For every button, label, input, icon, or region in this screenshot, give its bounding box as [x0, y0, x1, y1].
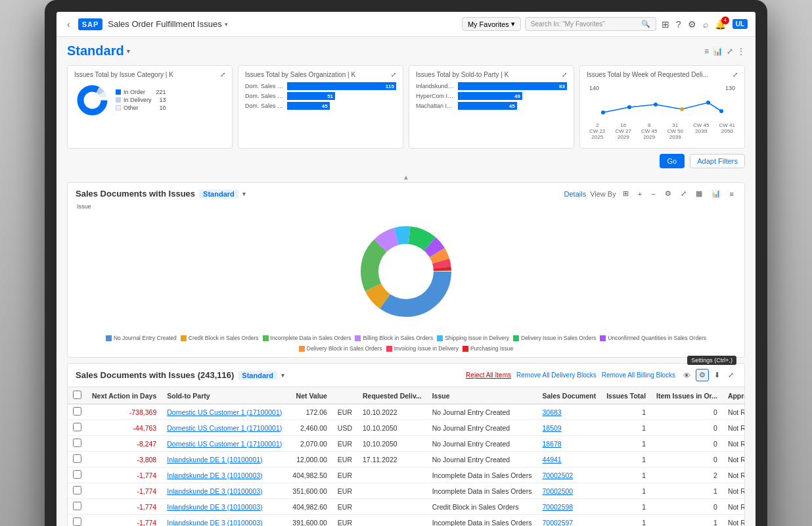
row-checkbox[interactable]: [68, 467, 87, 483]
cell-sold-to[interactable]: Domestic US Customer 1 (17100001): [162, 404, 287, 420]
help-icon[interactable]: ?: [676, 19, 681, 30]
row-checkbox[interactable]: [68, 483, 87, 499]
chart-table-view[interactable]: ▦: [693, 188, 705, 199]
reject-all-link[interactable]: Reject All Items: [466, 371, 511, 379]
table-row: -1,774 Inlandskunde DE 3 (10100003) 404,…: [68, 467, 744, 483]
cell-sold-to[interactable]: Inlandskunde DE 3 (10100003): [162, 467, 287, 483]
cell-sales-doc[interactable]: 30683: [537, 404, 601, 420]
chart-view-icon[interactable]: 📊: [713, 47, 723, 56]
chart-fullscreen[interactable]: ⤢: [678, 188, 689, 199]
cell-sales-doc[interactable]: 70002598: [537, 499, 601, 515]
favorites-dropdown[interactable]: My Favorites ▾: [462, 17, 521, 31]
table-download-icon[interactable]: ⬇: [711, 370, 723, 381]
col-next-action[interactable]: Next Action in Days: [87, 387, 162, 404]
table-section-badge[interactable]: Standard: [238, 371, 277, 380]
table-eye-icon[interactable]: 👁: [681, 370, 693, 381]
kpi-card-1-expand[interactable]: ⤢: [220, 71, 225, 78]
cell-sold-to[interactable]: Inlandskunde DE 3 (10100003): [162, 515, 287, 527]
table-view-icon[interactable]: ≡: [704, 47, 709, 56]
cell-currency: EUR: [332, 452, 357, 467]
table-scroll-area[interactable]: Next Action in Days Sold-to Party Net Va…: [68, 387, 744, 526]
cell-sales-doc[interactable]: 44941: [537, 452, 601, 467]
search-box[interactable]: Search In: "My Favorites" 🔍: [525, 17, 656, 31]
cell-sold-to[interactable]: Domestic US Customer 1 (17100001): [162, 420, 287, 436]
grid-icon[interactable]: ⊞: [662, 19, 669, 30]
table-section-dropdown[interactable]: ▾: [281, 372, 284, 379]
section-collapse[interactable]: ▲: [67, 172, 745, 182]
cell-sold-to[interactable]: Domestic US Customer 1 (17100001): [162, 436, 287, 452]
settings-tooltip: Settings (Ctrl+,): [687, 356, 736, 365]
row-checkbox[interactable]: [68, 515, 87, 527]
chart-settings[interactable]: ⚙: [662, 188, 674, 199]
user-avatar[interactable]: UL: [733, 19, 748, 29]
chart-section-tools: Details View By ⊞ + − ⚙ ⤢ ▦ 📊 ≡: [564, 188, 736, 199]
cell-sold-to[interactable]: Inlandskunde DE 3 (10100003): [162, 499, 287, 515]
cell-sales-doc[interactable]: 18509: [537, 420, 601, 436]
row-checkbox[interactable]: [68, 404, 87, 420]
table-settings-icon[interactable]: ⚙: [696, 369, 709, 381]
back-button[interactable]: ‹: [64, 18, 73, 31]
cell-sales-doc[interactable]: 70002597: [537, 515, 601, 527]
search-nav-icon[interactable]: ⌕: [703, 19, 708, 30]
standard-title: Standard ▾: [67, 43, 130, 59]
col-sold-to[interactable]: Sold-to Party: [162, 387, 287, 404]
svg-point-9: [719, 109, 723, 113]
col-checkbox: [68, 387, 87, 404]
col-approval[interactable]: Approval Status: [723, 387, 744, 404]
chart-list-view[interactable]: ≡: [727, 189, 736, 199]
chart-section-dropdown[interactable]: ▾: [242, 191, 246, 197]
chart-section-badge[interactable]: Standard: [199, 189, 238, 199]
remove-billing-link[interactable]: Remove All Billing Blocks: [602, 371, 675, 379]
remove-delivery-link[interactable]: Remove All Delivery Blocks: [516, 371, 597, 379]
col-item-issues[interactable]: Item Issues in Or...: [651, 387, 723, 404]
table-row: -3,808 Inlandskunde DE 1 (10100001) 12,0…: [68, 452, 744, 467]
col-issue[interactable]: Issue: [427, 387, 537, 404]
col-net-value[interactable]: Net Value: [287, 387, 332, 404]
line-chart-svg: [587, 93, 738, 120]
go-button[interactable]: Go: [660, 154, 685, 168]
cell-currency: USD: [332, 420, 357, 436]
kpi-title-1: Issues Total by Issue Category | K ⤢: [74, 71, 225, 78]
kpi-title-4: Issues Total by Week of Requested Deli..…: [587, 71, 738, 78]
kpi-card-4-expand[interactable]: ⤢: [733, 71, 738, 78]
settings-icon[interactable]: ⚙: [688, 19, 696, 30]
large-donut-area: [76, 212, 736, 331]
search-icon[interactable]: 🔍: [641, 20, 650, 28]
page-title-dropdown[interactable]: ▾: [225, 21, 228, 28]
chart-zoom-out[interactable]: −: [648, 189, 658, 199]
cell-sold-to[interactable]: Inlandskunde DE 1 (10100001): [162, 452, 287, 467]
col-issues-total[interactable]: Issues Total: [601, 387, 651, 404]
kpi-cards-row: Issues Total by Issue Category | K ⤢: [67, 65, 745, 149]
adapt-filters-button[interactable]: Adapt Filters: [690, 154, 745, 168]
col-req-date[interactable]: Requested Deliv...: [357, 387, 427, 404]
standard-dropdown[interactable]: ▾: [127, 48, 130, 55]
more-icon[interactable]: ⋮: [737, 47, 745, 56]
header-tools: ≡ 📊 ⤢ ⋮: [704, 47, 745, 56]
cell-approval: Not Relevant: [723, 420, 744, 436]
cell-currency: EUR: [332, 515, 357, 527]
kpi-card-3-expand[interactable]: ⤢: [562, 71, 567, 78]
row-checkbox[interactable]: [68, 420, 87, 436]
cell-issue: Credit Block in Sales Orders: [427, 499, 537, 515]
select-all-checkbox[interactable]: [73, 391, 81, 399]
bar-chart-sales-org: Dom. Sales Org. ... 115 Dom. Sales Org. …: [245, 82, 396, 110]
cell-sold-to[interactable]: Inlandskunde DE 3 (10100003): [162, 483, 287, 499]
row-checkbox[interactable]: [68, 452, 87, 467]
col-currency: [332, 387, 357, 404]
notifications-icon[interactable]: 🔔 4: [715, 19, 726, 30]
col-sales-doc[interactable]: Sales Document: [537, 387, 601, 404]
kpi-card-2-expand[interactable]: ⤢: [391, 71, 396, 78]
cell-sales-doc[interactable]: 70002500: [537, 483, 601, 499]
table-row: -8,247 Domestic US Customer 1 (17100001)…: [68, 436, 744, 452]
chart-zoom-in[interactable]: +: [635, 189, 644, 199]
chart-bar-view[interactable]: 📊: [709, 188, 723, 199]
row-checkbox[interactable]: [68, 436, 87, 452]
chart-zoom-fit[interactable]: ⊞: [620, 188, 631, 199]
cell-sales-doc[interactable]: 70002502: [537, 467, 601, 483]
cell-issues-total: 1: [601, 436, 651, 452]
table-expand-icon[interactable]: ⤢: [725, 370, 736, 381]
cell-issue: Incomplete Data in Sales Orders: [427, 483, 537, 499]
row-checkbox[interactable]: [68, 499, 87, 515]
expand-icon[interactable]: ⤢: [727, 47, 733, 56]
cell-sales-doc[interactable]: 18678: [537, 436, 601, 452]
